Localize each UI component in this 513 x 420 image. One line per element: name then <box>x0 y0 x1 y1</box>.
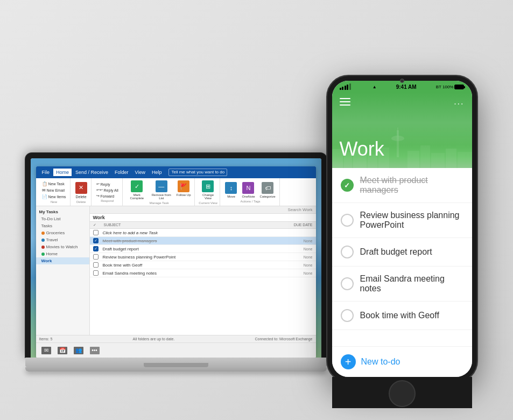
nav-people-icon[interactable]: 👥 <box>74 347 83 354</box>
signal-bar-2 <box>342 87 343 90</box>
nav-calendar-icon[interactable]: 📅 <box>58 347 67 354</box>
signal-bar-5 <box>349 83 351 90</box>
hamburger-menu-icon[interactable] <box>340 98 350 106</box>
list-item[interactable]: Draft budget report <box>332 238 472 267</box>
remove-from-list-button[interactable]: — Remove from List <box>150 179 173 201</box>
task-circle-4[interactable] <box>341 309 354 322</box>
move-button[interactable]: ↕ Move <box>223 181 238 199</box>
categorize-button[interactable]: 🏷 Categorize <box>258 181 277 199</box>
mark-complete-button[interactable]: ✓ Mark Complete <box>126 179 148 201</box>
task-name-2: Review business planning PowerPoint <box>103 255 286 260</box>
forward-button[interactable]: ↪ Forward <box>95 193 120 199</box>
scene: File Home Send / Receive Folder View Hel… <box>15 16 499 404</box>
ribbon-tab-folder[interactable]: Folder <box>112 169 131 176</box>
new-todo-label[interactable]: New to-do <box>361 357 400 367</box>
task-checkbox-3[interactable] <box>93 262 99 268</box>
phone-task-text-3: Email Sandra meeting notes <box>360 274 463 293</box>
tell-me-input[interactable]: Tell me what you want to do <box>168 169 227 176</box>
task-circle-3[interactable] <box>341 277 354 290</box>
add-task-label: Click here to add a new Task <box>103 230 313 235</box>
task-circle-0[interactable] <box>341 179 354 192</box>
group-label-actions: Actions / Tags <box>240 200 260 203</box>
sidebar-item-work[interactable]: Work <box>36 257 89 264</box>
sidebar: My Tasks To-Do List Tasks Groceries <box>36 206 90 335</box>
list-item[interactable]: Email Sandra meeting notes <box>332 267 472 302</box>
nav-mail-icon[interactable]: ✉ <box>41 347 51 354</box>
sidebar-item-movies[interactable]: Movies to Watch <box>36 243 89 250</box>
task-columns-header: ✓ SUBJECT DUE DATE <box>90 222 316 229</box>
svg-rect-10 <box>431 153 445 168</box>
table-row[interactable]: Email Sandra meeting notes None <box>90 269 316 277</box>
connection-status: Connected to: Microsoft Exchange <box>255 337 312 341</box>
task-name-1: Draft budget report <box>103 247 286 251</box>
svg-rect-9 <box>420 145 430 168</box>
table-row[interactable]: ✓ Draft budget report None <box>90 245 316 253</box>
ribbon-toolbar: 📋 New Task ✉ New Email 📄 New Items <box>36 178 316 206</box>
task-circle-1[interactable] <box>341 214 354 227</box>
change-view-button[interactable]: ⊞ Change View <box>198 179 217 201</box>
delete-button[interactable]: ✕ Delete <box>74 181 89 200</box>
follow-up-button[interactable]: 🚩 Follow Up <box>175 179 193 198</box>
ribbon-tab-send-receive[interactable]: Send / Receive <box>73 169 111 176</box>
task-name-4: Email Sandra meeting notes <box>103 271 286 276</box>
task-date-1: None <box>286 247 313 251</box>
new-email-button[interactable]: ✉ New Email <box>40 187 68 193</box>
items-count: Items: 5 <box>39 337 53 341</box>
onenote-button[interactable]: N OneNote <box>240 181 256 199</box>
phone-home-area <box>332 377 472 408</box>
sidebar-item-home[interactable]: Home <box>36 250 89 257</box>
sidebar-item-groceries[interactable]: Groceries <box>36 229 89 236</box>
sidebar-item-travel[interactable]: Travel <box>36 236 89 243</box>
more-options-icon[interactable]: ... <box>454 97 464 107</box>
battery-label: 100% <box>442 85 453 89</box>
phone-task-text-4: Book time with Geoff <box>360 311 439 320</box>
list-item[interactable]: Meet with product managers <box>332 168 472 203</box>
ribbon-tab-view[interactable]: View <box>132 169 148 176</box>
ribbon-tab-help[interactable]: Help <box>149 169 165 176</box>
reply-button[interactable]: ↩ Reply <box>95 181 120 187</box>
task-checkbox-0[interactable]: ✓ <box>93 238 99 243</box>
list-item[interactable]: Book time with Geoff <box>332 302 472 330</box>
app-header: ... Work <box>332 93 472 168</box>
outlook-app: File Home Send / Receive Folder View Hel… <box>36 166 316 358</box>
new-todo-plus-button[interactable]: + <box>341 354 356 369</box>
table-row[interactable]: Review business planning PowerPoint None <box>90 253 316 261</box>
bluetooth-icon: BT <box>436 85 441 89</box>
task-search-bar[interactable]: Search Work <box>90 206 316 214</box>
phone: ▲ 9:41 AM BT 100% <box>327 75 477 382</box>
task-checkbox-1[interactable]: ✓ <box>93 246 99 251</box>
task-checkbox-2[interactable] <box>93 254 99 260</box>
sidebar-item-tasks[interactable]: Tasks <box>36 222 89 229</box>
task-checkbox-4[interactable] <box>93 270 99 276</box>
remove-icon: — <box>156 180 167 192</box>
new-task-button[interactable]: 📋 New Task <box>40 181 68 187</box>
sidebar-item-todolist[interactable]: To-Do List <box>36 215 89 222</box>
app-header-controls: ... <box>332 93 472 107</box>
sidebar-section-label: My Tasks <box>36 208 89 215</box>
ribbon-group-manage: ✓ Mark Complete — Remove from List 🚩 Fol… <box>124 178 195 206</box>
task-circle-2[interactable] <box>341 246 354 258</box>
hamburger-line-2 <box>340 101 350 102</box>
add-task-row[interactable]: Click here to add a new Task <box>90 229 316 237</box>
laptop: File Home Send / Receive Folder View Hel… <box>25 153 327 372</box>
status-message: All folders are up to date. <box>133 337 175 341</box>
mark-complete-icon: ✓ <box>131 180 143 192</box>
signal-bar-1 <box>340 88 341 90</box>
ribbon-tab-home[interactable]: Home <box>53 169 72 176</box>
table-row[interactable]: ✓ Meet with product managers None <box>90 237 316 245</box>
nav-more-icon[interactable]: ••• <box>90 347 100 354</box>
ribbon-group-view: ⊞ Change View Current View <box>196 178 220 206</box>
reply-all-button[interactable]: ↩↩ Reply All <box>95 187 120 193</box>
task-list-area: Search Work Work ✓ SUBJECT DUE DATE Clic… <box>90 206 316 335</box>
col-subject: SUBJECT <box>104 223 286 227</box>
new-items-button[interactable]: 📄 New Items <box>40 194 68 200</box>
laptop-screen-outer: File Home Send / Receive Folder View Hel… <box>25 153 327 358</box>
ribbon-tab-file[interactable]: File <box>39 169 53 176</box>
change-view-icon: ⊞ <box>202 180 214 192</box>
signal-bar-3 <box>345 86 346 90</box>
table-row[interactable]: Book time with Geoff None <box>90 261 316 269</box>
phone-home-button[interactable] <box>389 380 416 407</box>
list-item[interactable]: Review business planning PowerPoint <box>332 203 472 238</box>
group-label-respond: Respond <box>101 199 114 202</box>
laptop-base <box>25 358 327 367</box>
